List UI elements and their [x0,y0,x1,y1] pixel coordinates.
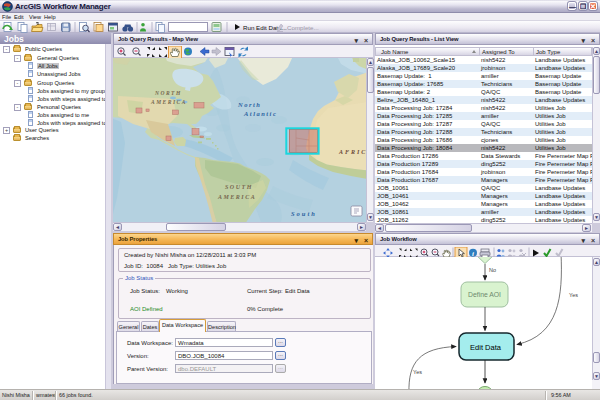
svg-text:No: No [489,267,496,273]
svg-text:NORTH: NORTH [154,90,182,96]
svg-text:AFRICA: AFRICA [338,149,366,155]
svg-text:Yes: Yes [569,292,578,298]
svg-text:SOUTH: SOUTH [225,184,253,190]
svg-text:AMERICA: AMERICA [150,99,187,105]
svg-text:Yes: Yes [413,369,422,375]
svg-text:Atlantic: Atlantic [243,110,277,117]
svg-text:Edit Data: Edit Data [470,343,502,352]
svg-text:AMERICA: AMERICA [217,194,256,200]
svg-text:North: North [237,101,261,108]
svg-text:South: South [291,210,317,217]
svg-text:Define AOI: Define AOI [468,291,501,298]
